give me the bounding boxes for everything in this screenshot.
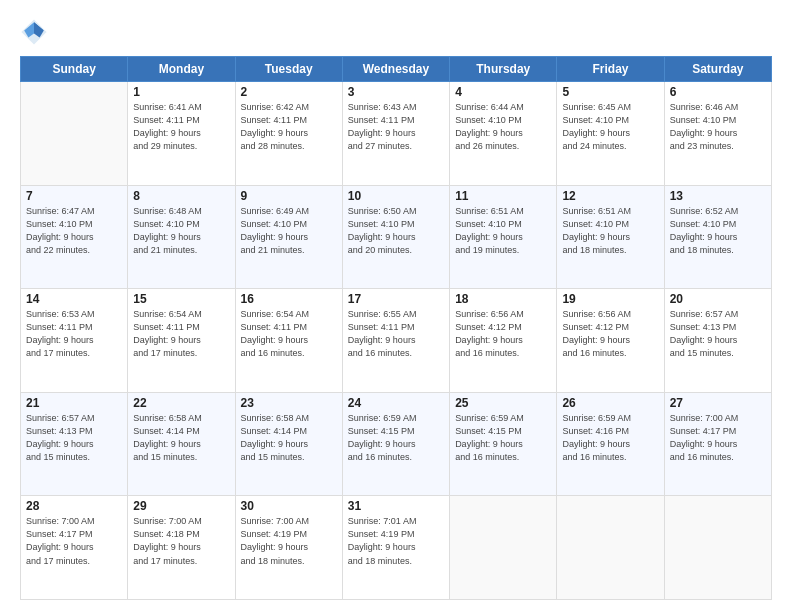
calendar-cell: 14Sunrise: 6:53 AM Sunset: 4:11 PM Dayli…	[21, 289, 128, 393]
day-number: 16	[241, 292, 337, 306]
day-number: 1	[133, 85, 229, 99]
calendar-cell: 30Sunrise: 7:00 AM Sunset: 4:19 PM Dayli…	[235, 496, 342, 600]
day-number: 10	[348, 189, 444, 203]
logo	[20, 18, 54, 46]
day-number: 8	[133, 189, 229, 203]
page: SundayMondayTuesdayWednesdayThursdayFrid…	[0, 0, 792, 612]
calendar-cell: 19Sunrise: 6:56 AM Sunset: 4:12 PM Dayli…	[557, 289, 664, 393]
calendar-cell: 23Sunrise: 6:58 AM Sunset: 4:14 PM Dayli…	[235, 392, 342, 496]
day-info: Sunrise: 7:01 AM Sunset: 4:19 PM Dayligh…	[348, 515, 444, 567]
day-number: 22	[133, 396, 229, 410]
day-number: 19	[562, 292, 658, 306]
day-info: Sunrise: 6:50 AM Sunset: 4:10 PM Dayligh…	[348, 205, 444, 257]
day-number: 4	[455, 85, 551, 99]
calendar-cell: 24Sunrise: 6:59 AM Sunset: 4:15 PM Dayli…	[342, 392, 449, 496]
calendar-cell: 28Sunrise: 7:00 AM Sunset: 4:17 PM Dayli…	[21, 496, 128, 600]
calendar-cell: 22Sunrise: 6:58 AM Sunset: 4:14 PM Dayli…	[128, 392, 235, 496]
day-info: Sunrise: 6:52 AM Sunset: 4:10 PM Dayligh…	[670, 205, 766, 257]
day-info: Sunrise: 6:58 AM Sunset: 4:14 PM Dayligh…	[241, 412, 337, 464]
week-row-4: 21Sunrise: 6:57 AM Sunset: 4:13 PM Dayli…	[21, 392, 772, 496]
day-info: Sunrise: 6:44 AM Sunset: 4:10 PM Dayligh…	[455, 101, 551, 153]
day-info: Sunrise: 6:57 AM Sunset: 4:13 PM Dayligh…	[670, 308, 766, 360]
day-info: Sunrise: 7:00 AM Sunset: 4:18 PM Dayligh…	[133, 515, 229, 567]
day-info: Sunrise: 6:48 AM Sunset: 4:10 PM Dayligh…	[133, 205, 229, 257]
calendar-cell: 9Sunrise: 6:49 AM Sunset: 4:10 PM Daylig…	[235, 185, 342, 289]
day-number: 25	[455, 396, 551, 410]
day-number: 23	[241, 396, 337, 410]
day-info: Sunrise: 6:53 AM Sunset: 4:11 PM Dayligh…	[26, 308, 122, 360]
day-number: 17	[348, 292, 444, 306]
calendar-cell: 8Sunrise: 6:48 AM Sunset: 4:10 PM Daylig…	[128, 185, 235, 289]
day-info: Sunrise: 6:54 AM Sunset: 4:11 PM Dayligh…	[133, 308, 229, 360]
header	[20, 18, 772, 46]
day-info: Sunrise: 6:42 AM Sunset: 4:11 PM Dayligh…	[241, 101, 337, 153]
calendar-table: SundayMondayTuesdayWednesdayThursdayFrid…	[20, 56, 772, 600]
day-info: Sunrise: 6:58 AM Sunset: 4:14 PM Dayligh…	[133, 412, 229, 464]
day-info: Sunrise: 6:41 AM Sunset: 4:11 PM Dayligh…	[133, 101, 229, 153]
day-info: Sunrise: 6:51 AM Sunset: 4:10 PM Dayligh…	[455, 205, 551, 257]
weekday-wednesday: Wednesday	[342, 57, 449, 82]
day-number: 15	[133, 292, 229, 306]
weekday-saturday: Saturday	[664, 57, 771, 82]
day-number: 11	[455, 189, 551, 203]
day-info: Sunrise: 7:00 AM Sunset: 4:19 PM Dayligh…	[241, 515, 337, 567]
week-row-1: 1Sunrise: 6:41 AM Sunset: 4:11 PM Daylig…	[21, 82, 772, 186]
day-number: 30	[241, 499, 337, 513]
calendar-cell: 6Sunrise: 6:46 AM Sunset: 4:10 PM Daylig…	[664, 82, 771, 186]
day-info: Sunrise: 6:54 AM Sunset: 4:11 PM Dayligh…	[241, 308, 337, 360]
day-info: Sunrise: 6:56 AM Sunset: 4:12 PM Dayligh…	[562, 308, 658, 360]
weekday-friday: Friday	[557, 57, 664, 82]
weekday-sunday: Sunday	[21, 57, 128, 82]
calendar-cell	[557, 496, 664, 600]
week-row-2: 7Sunrise: 6:47 AM Sunset: 4:10 PM Daylig…	[21, 185, 772, 289]
day-info: Sunrise: 6:59 AM Sunset: 4:15 PM Dayligh…	[348, 412, 444, 464]
calendar-cell: 13Sunrise: 6:52 AM Sunset: 4:10 PM Dayli…	[664, 185, 771, 289]
day-info: Sunrise: 6:46 AM Sunset: 4:10 PM Dayligh…	[670, 101, 766, 153]
weekday-tuesday: Tuesday	[235, 57, 342, 82]
day-number: 27	[670, 396, 766, 410]
day-info: Sunrise: 6:45 AM Sunset: 4:10 PM Dayligh…	[562, 101, 658, 153]
day-info: Sunrise: 6:49 AM Sunset: 4:10 PM Dayligh…	[241, 205, 337, 257]
day-number: 12	[562, 189, 658, 203]
weekday-thursday: Thursday	[450, 57, 557, 82]
weekday-monday: Monday	[128, 57, 235, 82]
calendar-cell: 4Sunrise: 6:44 AM Sunset: 4:10 PM Daylig…	[450, 82, 557, 186]
day-info: Sunrise: 6:56 AM Sunset: 4:12 PM Dayligh…	[455, 308, 551, 360]
day-info: Sunrise: 6:59 AM Sunset: 4:15 PM Dayligh…	[455, 412, 551, 464]
calendar-cell: 3Sunrise: 6:43 AM Sunset: 4:11 PM Daylig…	[342, 82, 449, 186]
calendar-cell	[21, 82, 128, 186]
calendar-cell: 12Sunrise: 6:51 AM Sunset: 4:10 PM Dayli…	[557, 185, 664, 289]
week-row-3: 14Sunrise: 6:53 AM Sunset: 4:11 PM Dayli…	[21, 289, 772, 393]
calendar-cell: 21Sunrise: 6:57 AM Sunset: 4:13 PM Dayli…	[21, 392, 128, 496]
calendar-cell: 2Sunrise: 6:42 AM Sunset: 4:11 PM Daylig…	[235, 82, 342, 186]
logo-icon	[20, 18, 48, 46]
weekday-header-row: SundayMondayTuesdayWednesdayThursdayFrid…	[21, 57, 772, 82]
day-number: 21	[26, 396, 122, 410]
day-info: Sunrise: 6:43 AM Sunset: 4:11 PM Dayligh…	[348, 101, 444, 153]
calendar-cell: 16Sunrise: 6:54 AM Sunset: 4:11 PM Dayli…	[235, 289, 342, 393]
calendar-cell: 20Sunrise: 6:57 AM Sunset: 4:13 PM Dayli…	[664, 289, 771, 393]
day-info: Sunrise: 7:00 AM Sunset: 4:17 PM Dayligh…	[670, 412, 766, 464]
calendar-cell: 26Sunrise: 6:59 AM Sunset: 4:16 PM Dayli…	[557, 392, 664, 496]
calendar-cell: 5Sunrise: 6:45 AM Sunset: 4:10 PM Daylig…	[557, 82, 664, 186]
calendar-cell: 29Sunrise: 7:00 AM Sunset: 4:18 PM Dayli…	[128, 496, 235, 600]
calendar-cell	[664, 496, 771, 600]
day-number: 5	[562, 85, 658, 99]
calendar-cell: 31Sunrise: 7:01 AM Sunset: 4:19 PM Dayli…	[342, 496, 449, 600]
calendar-cell: 10Sunrise: 6:50 AM Sunset: 4:10 PM Dayli…	[342, 185, 449, 289]
day-number: 28	[26, 499, 122, 513]
day-info: Sunrise: 6:59 AM Sunset: 4:16 PM Dayligh…	[562, 412, 658, 464]
day-number: 6	[670, 85, 766, 99]
day-info: Sunrise: 6:57 AM Sunset: 4:13 PM Dayligh…	[26, 412, 122, 464]
day-number: 31	[348, 499, 444, 513]
day-number: 9	[241, 189, 337, 203]
day-number: 29	[133, 499, 229, 513]
day-number: 20	[670, 292, 766, 306]
calendar-cell: 7Sunrise: 6:47 AM Sunset: 4:10 PM Daylig…	[21, 185, 128, 289]
day-info: Sunrise: 6:47 AM Sunset: 4:10 PM Dayligh…	[26, 205, 122, 257]
calendar-cell: 1Sunrise: 6:41 AM Sunset: 4:11 PM Daylig…	[128, 82, 235, 186]
day-info: Sunrise: 6:51 AM Sunset: 4:10 PM Dayligh…	[562, 205, 658, 257]
day-number: 18	[455, 292, 551, 306]
calendar-cell: 27Sunrise: 7:00 AM Sunset: 4:17 PM Dayli…	[664, 392, 771, 496]
day-info: Sunrise: 6:55 AM Sunset: 4:11 PM Dayligh…	[348, 308, 444, 360]
